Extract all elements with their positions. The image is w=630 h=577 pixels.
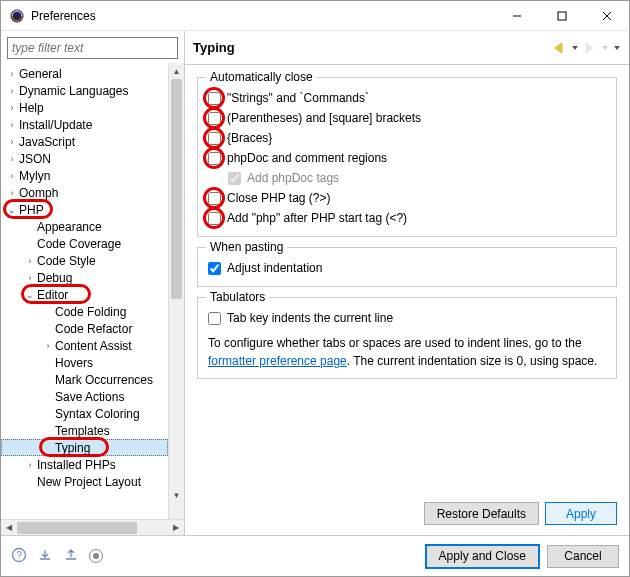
minimize-button[interactable] xyxy=(494,1,539,30)
checkbox[interactable] xyxy=(208,312,221,325)
tree-item[interactable]: Save Actions xyxy=(1,388,168,405)
tree-item[interactable]: Mark Occurrences xyxy=(1,371,168,388)
tree-item[interactable]: ›Code Style xyxy=(1,252,168,269)
tree-item-label: Help xyxy=(19,101,44,115)
apply-and-close-button[interactable]: Apply and Close xyxy=(426,545,539,568)
collapsed-icon[interactable]: › xyxy=(23,460,37,470)
checkbox[interactable] xyxy=(208,92,221,105)
view-menu-icon[interactable] xyxy=(613,42,621,54)
tree-item[interactable]: ›General xyxy=(1,65,168,82)
checkbox[interactable] xyxy=(208,212,221,225)
checkbox-row: Close PHP tag (?>) xyxy=(208,188,606,208)
tree-item[interactable]: Templates xyxy=(1,422,168,439)
tree-item-label: Templates xyxy=(55,424,110,438)
tree-item[interactable]: ›Debug xyxy=(1,269,168,286)
tree-item[interactable]: Code Refactor xyxy=(1,320,168,337)
tree-item[interactable]: Syntax Coloring xyxy=(1,405,168,422)
help-icon[interactable]: ? xyxy=(11,547,27,566)
collapsed-icon[interactable]: › xyxy=(5,120,19,130)
collapsed-icon[interactable]: › xyxy=(23,273,37,283)
tree-item-label: Code Folding xyxy=(55,305,126,319)
collapsed-icon[interactable]: › xyxy=(5,154,19,164)
tree-item[interactable]: ⌄PHP xyxy=(1,201,168,218)
checkbox[interactable] xyxy=(208,192,221,205)
tree-horizontal-scrollbar[interactable]: ◀ ▶ xyxy=(1,519,184,535)
tree-item[interactable]: Code Folding xyxy=(1,303,168,320)
svg-rect-2 xyxy=(558,12,566,20)
export-icon[interactable] xyxy=(63,547,79,566)
back-menu-icon[interactable] xyxy=(571,42,579,54)
tree-item-label: Syntax Coloring xyxy=(55,407,140,421)
tree-item[interactable]: ›Install/Update xyxy=(1,116,168,133)
tree-item[interactable]: Appearance xyxy=(1,218,168,235)
restore-defaults-button[interactable]: Restore Defaults xyxy=(424,502,539,525)
forward-button[interactable] xyxy=(583,42,597,54)
checkbox-row: Adjust indentation xyxy=(208,258,606,278)
checkbox-row: Add "php" after PHP start tag (<?) xyxy=(208,208,606,228)
tree-vertical-scrollbar[interactable]: ▲ ▼ xyxy=(168,63,184,519)
checkbox[interactable] xyxy=(208,262,221,275)
tree-item[interactable]: ⌄Editor xyxy=(1,286,168,303)
window-title: Preferences xyxy=(31,9,494,23)
scrollbar-thumb[interactable] xyxy=(171,79,182,299)
note-text: . The current indentation size is 0, usi… xyxy=(347,354,598,368)
collapsed-icon[interactable]: › xyxy=(5,86,19,96)
tree-item[interactable]: ›JSON xyxy=(1,150,168,167)
tree-item[interactable]: ›Installed PHPs xyxy=(1,456,168,473)
checkbox-label: Close PHP tag (?>) xyxy=(227,191,331,205)
tree-item[interactable]: ›JavaScript xyxy=(1,133,168,150)
group-legend: Automatically close xyxy=(206,70,317,84)
tabulators-note: To configure whether tabs or spaces are … xyxy=(208,334,606,370)
checkbox-row: Tab key indents the current line xyxy=(208,308,606,328)
expanded-icon[interactable]: ⌄ xyxy=(23,290,37,300)
preferences-window: Preferences ›General›Dynamic Languages›H… xyxy=(0,0,630,577)
tree-item-label: Appearance xyxy=(37,220,102,234)
tree-item[interactable]: ›Mylyn xyxy=(1,167,168,184)
tree-item[interactable]: ›Oomph xyxy=(1,184,168,201)
collapsed-icon[interactable]: › xyxy=(5,188,19,198)
collapsed-icon[interactable]: › xyxy=(5,171,19,181)
tree-item-label: JSON xyxy=(19,152,51,166)
tree-item-label: Dynamic Languages xyxy=(19,84,128,98)
collapsed-icon[interactable]: › xyxy=(41,341,55,351)
formatter-preference-link[interactable]: formatter preference page xyxy=(208,354,347,368)
tree-item-label: New Project Layout xyxy=(37,475,141,489)
tree-item[interactable]: Code Coverage xyxy=(1,235,168,252)
collapsed-icon[interactable]: › xyxy=(5,137,19,147)
tree-item[interactable]: Typing xyxy=(1,439,168,456)
tree-item[interactable]: Hovers xyxy=(1,354,168,371)
checkbox[interactable] xyxy=(208,112,221,125)
expanded-icon[interactable]: ⌄ xyxy=(5,205,19,215)
checkbox-row: "Strings" and `Commands` xyxy=(208,88,606,108)
tree-item[interactable]: ›Help xyxy=(1,99,168,116)
tree-item[interactable]: ›Dynamic Languages xyxy=(1,82,168,99)
import-icon[interactable] xyxy=(37,547,53,566)
oomph-record-icon[interactable] xyxy=(89,549,103,563)
cancel-button[interactable]: Cancel xyxy=(547,545,619,568)
collapsed-icon[interactable]: › xyxy=(5,69,19,79)
tree-item-label: Save Actions xyxy=(55,390,124,404)
checkbox[interactable] xyxy=(208,152,221,165)
tree-item[interactable]: New Project Layout xyxy=(1,473,168,490)
preference-tree[interactable]: ›General›Dynamic Languages›Help›Install/… xyxy=(1,63,168,519)
collapsed-icon[interactable]: › xyxy=(5,103,19,113)
close-button[interactable] xyxy=(584,1,629,30)
checkbox-label: Add "php" after PHP start tag (<?) xyxy=(227,211,407,225)
tree-item-label: Typing xyxy=(55,441,90,455)
collapsed-icon[interactable]: › xyxy=(23,256,37,266)
checkbox[interactable] xyxy=(208,132,221,145)
checkbox-row: (Parentheses) and [square] brackets xyxy=(208,108,606,128)
scrollbar-thumb[interactable] xyxy=(17,522,137,534)
forward-menu-icon[interactable] xyxy=(601,42,609,54)
checkbox-label: Add phpDoc tags xyxy=(247,171,339,185)
tree-item-label: Install/Update xyxy=(19,118,92,132)
filter-input[interactable] xyxy=(7,37,178,59)
back-button[interactable] xyxy=(553,42,567,54)
dialog-footer: ? Apply and Close Cancel xyxy=(1,536,629,576)
group-automatically-close: Automatically close "Strings" and `Comma… xyxy=(197,77,617,237)
tree-item-label: PHP xyxy=(19,203,44,217)
maximize-button[interactable] xyxy=(539,1,584,30)
apply-button[interactable]: Apply xyxy=(545,502,617,525)
tree-item-label: Code Refactor xyxy=(55,322,132,336)
tree-item[interactable]: ›Content Assist xyxy=(1,337,168,354)
